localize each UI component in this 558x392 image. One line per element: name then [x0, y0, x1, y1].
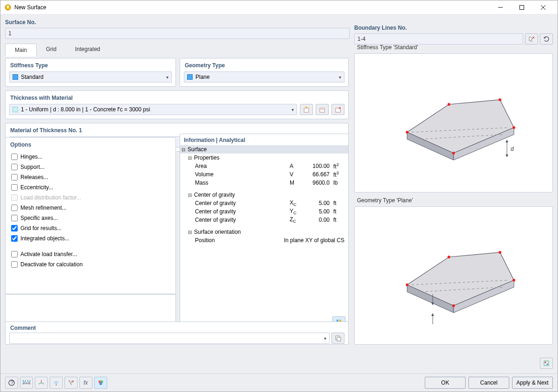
option-checkbox[interactable] [11, 164, 18, 170]
svg-marker-60 [431, 313, 434, 316]
tree-cogy-label: Center of gravity [194, 208, 288, 215]
option-1[interactable]: Support... [11, 162, 170, 172]
chevron-down-icon: ▾ [339, 75, 341, 80]
close-button[interactable] [532, 0, 554, 14]
tab-grid[interactable]: Grid [37, 43, 66, 56]
cancel-button[interactable]: Cancel [468, 377, 509, 389]
tree-area-val: 100.00 [305, 163, 331, 169]
tree-cogx-label: Center of gravity [194, 200, 288, 206]
tree-cogx-sym: XC [288, 199, 305, 207]
surface-no-label: Surface No. [5, 19, 350, 26]
option-extra-0[interactable]: Activate load transfer... [11, 249, 170, 259]
option-8[interactable]: Integrated objects... [11, 233, 170, 244]
svg-marker-45 [506, 154, 508, 157]
geometry-swatch-icon [187, 74, 193, 80]
comment-block: Comment ▾ [5, 321, 349, 345]
svg-rect-3 [520, 5, 524, 9]
option-checkbox[interactable] [11, 154, 18, 160]
svg-rect-32 [337, 337, 341, 341]
collapse-icon[interactable]: ⊟ [187, 230, 193, 235]
preview-options-button[interactable] [540, 358, 553, 369]
option-5[interactable]: Mesh refinement... [11, 203, 170, 213]
tree-mass-label: Mass [194, 180, 288, 186]
svg-marker-75 [69, 380, 72, 385]
svg-marker-11 [305, 106, 307, 108]
svg-line-72 [39, 383, 41, 384]
tab-integrated[interactable]: Integrated [66, 43, 110, 56]
tree-cogz-unit: ft [331, 217, 348, 223]
option-label: Hinges... [20, 154, 42, 160]
option-checkbox[interactable] [11, 235, 18, 242]
maximize-button[interactable] [511, 0, 532, 14]
tree-position-val: In plane XY of global CS [245, 237, 348, 244]
option-label: Activate load transfer... [20, 251, 77, 257]
collapse-icon[interactable]: ⊟ [187, 193, 193, 198]
svg-marker-44 [506, 140, 508, 142]
view-button[interactable] [50, 377, 63, 389]
svg-point-53 [448, 256, 450, 258]
option-checkbox[interactable] [11, 251, 18, 257]
comment-copy-button[interactable] [331, 333, 344, 344]
svg-rect-12 [320, 108, 324, 112]
tree-cogx-val: 5.00 [305, 200, 331, 206]
option-2[interactable]: Releases... [11, 172, 170, 182]
chevron-down-icon: ▾ [324, 336, 326, 341]
option-label: Eccentricity... [20, 184, 53, 191]
stiffness-dropdown[interactable]: Standard ▾ [9, 71, 172, 83]
option-checkbox [11, 194, 18, 201]
units-button[interactable]: 0,00 [20, 377, 33, 389]
collapse-icon[interactable]: ⊟ [187, 155, 193, 161]
material-label: Material of Thickness No. 1 [9, 127, 344, 134]
thickness-label: Thickness with Material [9, 95, 344, 101]
clear-button[interactable] [65, 377, 78, 389]
thickness-edit-button[interactable] [316, 104, 329, 115]
thickness-dropdown[interactable]: 1 - Uniform | d : 8.000 in | 1 - Concret… [9, 104, 297, 115]
footer: ? 0,00 fx OK Cancel Apply & Next [0, 373, 558, 392]
geometry-dropdown[interactable]: Plane ▾ [184, 71, 344, 83]
svg-point-81 [99, 382, 102, 385]
options-label: Options [9, 141, 172, 148]
svg-rect-10 [304, 108, 309, 112]
option-6[interactable]: Specific axes... [11, 213, 170, 223]
tree-volume-val: 66.667 [305, 171, 331, 178]
stiffness-label: Stiffness Type [9, 62, 172, 69]
tab-main[interactable]: Main [5, 44, 37, 57]
info-title: Information | Analytical [180, 134, 348, 145]
color-button[interactable] [94, 377, 107, 389]
option-0[interactable]: Hinges... [11, 152, 170, 162]
svg-point-73 [54, 381, 58, 384]
svg-point-40 [499, 98, 501, 101]
geometry-value: Plane [195, 74, 210, 80]
thickness-new-button[interactable] [300, 104, 313, 115]
option-7[interactable]: Grid for results... [11, 223, 170, 233]
option-checkbox[interactable] [11, 174, 18, 180]
help-button[interactable]: ? [5, 377, 18, 389]
comment-dropdown[interactable]: ▾ [9, 333, 330, 344]
option-extra-1[interactable]: Deactivate for calculation [11, 259, 170, 270]
coord-button[interactable] [35, 377, 48, 389]
tree-orient-label: Surface orientation [193, 229, 348, 235]
option-checkbox[interactable] [11, 215, 18, 221]
ok-button[interactable]: OK [425, 377, 466, 389]
apply-next-button[interactable]: Apply & Next [512, 377, 553, 389]
surface-no-input[interactable] [5, 28, 350, 39]
thickness-delete-button[interactable] [331, 104, 344, 115]
option-label: Mesh refinement... [20, 205, 66, 211]
collapse-icon[interactable]: ⊟ [180, 147, 187, 152]
option-label: Deactivate for calculation [20, 261, 83, 268]
option-checkbox[interactable] [11, 225, 18, 231]
window-title: New Surface [14, 4, 490, 11]
option-label: Load distribution factor... [20, 194, 81, 201]
option-label: Integrated objects... [20, 235, 69, 242]
option-3[interactable]: Eccentricity... [11, 182, 170, 193]
svg-marker-9 [544, 37, 546, 39]
option-checkbox[interactable] [11, 205, 18, 211]
function-button[interactable]: fx [79, 377, 92, 389]
tree-cogy-sym: YC [288, 208, 305, 215]
option-checkbox[interactable] [11, 184, 18, 191]
minimize-button[interactable] [490, 0, 511, 14]
preview-bottom [354, 206, 553, 345]
svg-point-42 [452, 152, 455, 154]
option-checkbox[interactable] [11, 261, 18, 268]
content-area: Surface No. Boundary Lines No. Main Grid… [0, 14, 558, 373]
